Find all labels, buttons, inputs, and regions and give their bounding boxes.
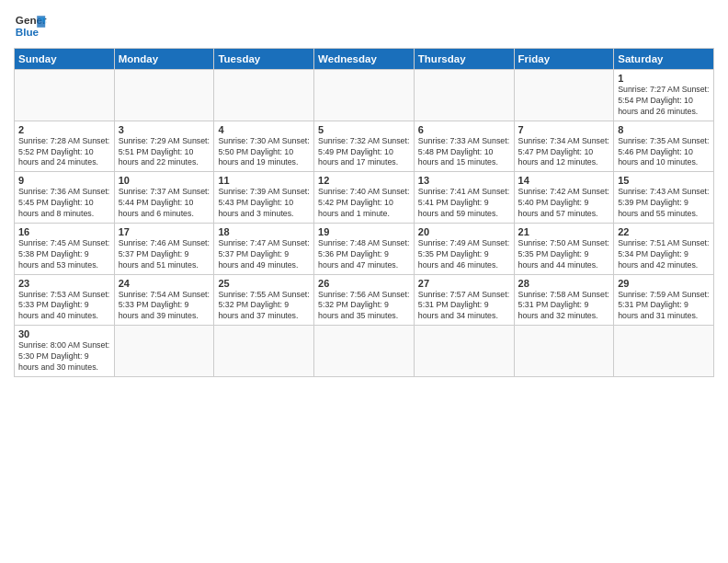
day-info: Sunrise: 7:58 AM Sunset: 5:31 PM Dayligh… xyxy=(518,290,610,323)
calendar-cell xyxy=(214,326,314,377)
calendar-cell: 5Sunrise: 7:32 AM Sunset: 5:49 PM Daylig… xyxy=(314,121,415,172)
calendar-cell: 8Sunrise: 7:35 AM Sunset: 5:46 PM Daylig… xyxy=(614,121,714,172)
calendar-cell xyxy=(114,70,214,121)
calendar-week-row: 1Sunrise: 7:27 AM Sunset: 5:54 PM Daylig… xyxy=(15,70,714,121)
calendar-cell xyxy=(414,326,514,377)
calendar-cell: 16Sunrise: 7:45 AM Sunset: 5:38 PM Dayli… xyxy=(15,223,115,274)
day-number: 24 xyxy=(119,278,210,289)
calendar-cell: 2Sunrise: 7:28 AM Sunset: 5:52 PM Daylig… xyxy=(15,121,115,172)
day-info: Sunrise: 7:34 AM Sunset: 5:47 PM Dayligh… xyxy=(518,136,610,169)
calendar-cell xyxy=(314,326,415,377)
calendar-cell: 9Sunrise: 7:36 AM Sunset: 5:45 PM Daylig… xyxy=(15,172,115,224)
day-number: 19 xyxy=(318,226,410,237)
day-number: 15 xyxy=(618,175,710,186)
day-number: 17 xyxy=(119,226,210,237)
calendar-cell xyxy=(514,70,614,121)
calendar-cell: 23Sunrise: 7:53 AM Sunset: 5:33 PM Dayli… xyxy=(15,274,115,326)
weekday-header-thursday: Thursday xyxy=(414,49,514,70)
weekday-header-wednesday: Wednesday xyxy=(314,49,415,70)
day-info: Sunrise: 7:59 AM Sunset: 5:31 PM Dayligh… xyxy=(618,290,710,323)
calendar-cell: 19Sunrise: 7:48 AM Sunset: 5:36 PM Dayli… xyxy=(314,223,415,274)
day-info: Sunrise: 7:45 AM Sunset: 5:38 PM Dayligh… xyxy=(18,238,110,271)
day-info: Sunrise: 7:53 AM Sunset: 5:33 PM Dayligh… xyxy=(18,290,110,323)
calendar-cell: 13Sunrise: 7:41 AM Sunset: 5:41 PM Dayli… xyxy=(414,172,514,224)
calendar-cell: 20Sunrise: 7:49 AM Sunset: 5:35 PM Dayli… xyxy=(414,223,514,274)
day-info: Sunrise: 7:56 AM Sunset: 5:32 PM Dayligh… xyxy=(318,290,410,323)
day-number: 11 xyxy=(218,175,310,186)
day-number: 22 xyxy=(618,226,710,237)
weekday-header-monday: Monday xyxy=(114,49,214,70)
day-info: Sunrise: 7:42 AM Sunset: 5:40 PM Dayligh… xyxy=(518,187,610,220)
calendar-week-row: 16Sunrise: 7:45 AM Sunset: 5:38 PM Dayli… xyxy=(15,223,714,274)
weekday-header-tuesday: Tuesday xyxy=(214,49,314,70)
calendar-week-row: 30Sunrise: 8:00 AM Sunset: 5:30 PM Dayli… xyxy=(15,326,714,377)
day-number: 16 xyxy=(18,226,110,237)
day-info: Sunrise: 7:33 AM Sunset: 5:48 PM Dayligh… xyxy=(418,136,510,169)
day-number: 25 xyxy=(218,278,310,289)
calendar-cell xyxy=(614,326,714,377)
calendar-cell: 11Sunrise: 7:39 AM Sunset: 5:43 PM Dayli… xyxy=(214,172,314,224)
day-number: 20 xyxy=(418,226,510,237)
day-info: Sunrise: 7:47 AM Sunset: 5:37 PM Dayligh… xyxy=(218,238,310,271)
day-info: Sunrise: 8:00 AM Sunset: 5:30 PM Dayligh… xyxy=(18,340,110,373)
calendar-cell: 27Sunrise: 7:57 AM Sunset: 5:31 PM Dayli… xyxy=(414,274,514,326)
day-info: Sunrise: 7:32 AM Sunset: 5:49 PM Dayligh… xyxy=(318,136,410,169)
day-info: Sunrise: 7:36 AM Sunset: 5:45 PM Dayligh… xyxy=(18,187,110,220)
day-info: Sunrise: 7:48 AM Sunset: 5:36 PM Dayligh… xyxy=(318,238,410,271)
day-number: 4 xyxy=(218,124,310,135)
day-number: 10 xyxy=(119,175,210,186)
weekday-header-friday: Friday xyxy=(514,49,614,70)
logo-icon: General Blue xyxy=(14,9,47,42)
day-info: Sunrise: 7:37 AM Sunset: 5:44 PM Dayligh… xyxy=(119,187,210,220)
calendar-cell: 1Sunrise: 7:27 AM Sunset: 5:54 PM Daylig… xyxy=(614,70,714,121)
calendar-cell: 3Sunrise: 7:29 AM Sunset: 5:51 PM Daylig… xyxy=(114,121,214,172)
day-info: Sunrise: 7:57 AM Sunset: 5:31 PM Dayligh… xyxy=(418,290,510,323)
day-number: 21 xyxy=(518,226,610,237)
day-info: Sunrise: 7:39 AM Sunset: 5:43 PM Dayligh… xyxy=(218,187,310,220)
day-info: Sunrise: 7:30 AM Sunset: 5:50 PM Dayligh… xyxy=(218,136,310,169)
day-info: Sunrise: 7:55 AM Sunset: 5:32 PM Dayligh… xyxy=(218,290,310,323)
day-info: Sunrise: 7:28 AM Sunset: 5:52 PM Dayligh… xyxy=(18,136,110,169)
day-number: 12 xyxy=(318,175,410,186)
day-number: 8 xyxy=(618,124,710,135)
day-number: 7 xyxy=(518,124,610,135)
calendar-cell xyxy=(414,70,514,121)
day-number: 27 xyxy=(418,278,510,289)
calendar-cell: 28Sunrise: 7:58 AM Sunset: 5:31 PM Dayli… xyxy=(514,274,614,326)
calendar-cell: 22Sunrise: 7:51 AM Sunset: 5:34 PM Dayli… xyxy=(614,223,714,274)
calendar-cell: 6Sunrise: 7:33 AM Sunset: 5:48 PM Daylig… xyxy=(414,121,514,172)
day-number: 9 xyxy=(18,175,110,186)
logo: General Blue xyxy=(14,9,47,42)
day-number: 23 xyxy=(18,278,110,289)
day-info: Sunrise: 7:35 AM Sunset: 5:46 PM Dayligh… xyxy=(618,136,710,169)
calendar-cell: 24Sunrise: 7:54 AM Sunset: 5:33 PM Dayli… xyxy=(114,274,214,326)
day-number: 28 xyxy=(518,278,610,289)
calendar-cell: 12Sunrise: 7:40 AM Sunset: 5:42 PM Dayli… xyxy=(314,172,415,224)
svg-text:Blue: Blue xyxy=(16,26,40,38)
calendar-week-row: 2Sunrise: 7:28 AM Sunset: 5:52 PM Daylig… xyxy=(15,121,714,172)
day-info: Sunrise: 7:46 AM Sunset: 5:37 PM Dayligh… xyxy=(119,238,210,271)
calendar-cell xyxy=(314,70,415,121)
calendar-cell xyxy=(514,326,614,377)
calendar-week-row: 23Sunrise: 7:53 AM Sunset: 5:33 PM Dayli… xyxy=(15,274,714,326)
day-number: 29 xyxy=(618,278,710,289)
day-info: Sunrise: 7:49 AM Sunset: 5:35 PM Dayligh… xyxy=(418,238,510,271)
day-info: Sunrise: 7:51 AM Sunset: 5:34 PM Dayligh… xyxy=(618,238,710,271)
calendar-week-row: 9Sunrise: 7:36 AM Sunset: 5:45 PM Daylig… xyxy=(15,172,714,224)
day-info: Sunrise: 7:54 AM Sunset: 5:33 PM Dayligh… xyxy=(119,290,210,323)
day-number: 13 xyxy=(418,175,510,186)
calendar-cell: 21Sunrise: 7:50 AM Sunset: 5:35 PM Dayli… xyxy=(514,223,614,274)
calendar-cell xyxy=(214,70,314,121)
weekday-header-sunday: Sunday xyxy=(15,49,115,70)
calendar-cell: 30Sunrise: 8:00 AM Sunset: 5:30 PM Dayli… xyxy=(15,326,115,377)
day-number: 2 xyxy=(18,124,110,135)
calendar-cell: 26Sunrise: 7:56 AM Sunset: 5:32 PM Dayli… xyxy=(314,274,415,326)
day-info: Sunrise: 7:50 AM Sunset: 5:35 PM Dayligh… xyxy=(518,238,610,271)
page-header: General Blue xyxy=(14,9,714,42)
day-info: Sunrise: 7:41 AM Sunset: 5:41 PM Dayligh… xyxy=(418,187,510,220)
calendar-cell: 18Sunrise: 7:47 AM Sunset: 5:37 PM Dayli… xyxy=(214,223,314,274)
day-number: 14 xyxy=(518,175,610,186)
day-number: 18 xyxy=(218,226,310,237)
day-number: 3 xyxy=(119,124,210,135)
day-info: Sunrise: 7:27 AM Sunset: 5:54 PM Dayligh… xyxy=(618,85,710,118)
